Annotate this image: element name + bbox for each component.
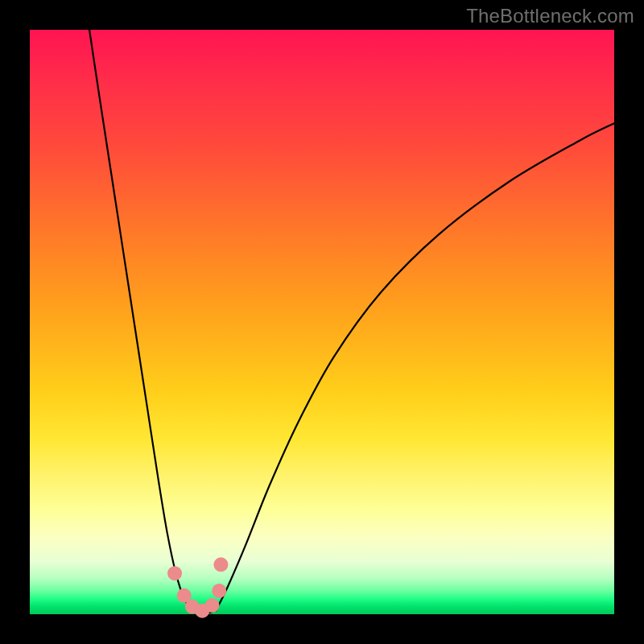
trough-marker (167, 566, 182, 580)
trough-marker (213, 557, 228, 572)
trough-marker (205, 598, 220, 613)
plot-frame (30, 30, 614, 614)
trough-marker (212, 584, 226, 598)
bottleneck-curve (89, 30, 614, 613)
trough-marker-group (167, 557, 228, 617)
watermark-text: TheBottleneck.com (466, 5, 634, 27)
chart-svg (30, 30, 614, 614)
